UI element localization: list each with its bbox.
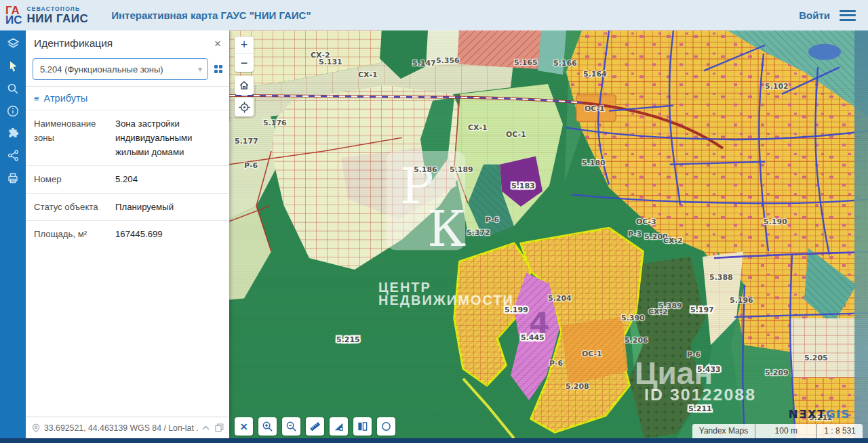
zone-label: 5.186 — [414, 165, 437, 174]
attr-value: Зона застройки индивидуальными жилыми до… — [107, 110, 229, 166]
zone-label: 5.183 — [511, 182, 535, 190]
pointer-icon[interactable] — [4, 59, 22, 73]
zoom-in-button[interactable]: + — [235, 37, 254, 54]
layers-icon[interactable] — [4, 37, 22, 51]
zone-label: 5.164 — [583, 70, 607, 79]
zone-label: 5.209 — [765, 368, 789, 377]
zone-label: 5.388 — [709, 273, 733, 282]
zone-label: ОС-1 — [506, 130, 526, 139]
attributes-link[interactable]: Атрибуты — [44, 93, 87, 104]
search-icon[interactable] — [4, 81, 22, 96]
nextgis-logo-blue: GIS — [826, 408, 850, 421]
logo-monogram-bottom: ИС — [5, 16, 22, 25]
zone-label: СХ-1 — [468, 123, 488, 132]
zone-label: 5.206 — [625, 336, 648, 345]
area-triangle-icon — [333, 421, 344, 432]
attr-label: Номер — [26, 166, 107, 193]
bottom-strip — [0, 438, 868, 443]
table-row: Статус объекта Планируемый — [26, 193, 229, 220]
zoom-in-tool-button[interactable] — [258, 417, 277, 436]
home-button[interactable] — [235, 76, 254, 95]
table-row: Наименование зоны Зона застройки индивид… — [26, 110, 229, 166]
ruler-icon — [309, 421, 321, 432]
zoom-out-tool-button[interactable] — [282, 417, 300, 436]
print-icon[interactable] — [4, 171, 22, 185]
zone-label: Р-6 — [549, 359, 564, 368]
zone-label: 5.205 — [804, 354, 828, 362]
map-canvas[interactable]: Р К ЦЕНТР НЕДВИЖИМОСТИ Циан ID 30122088 … — [229, 30, 868, 438]
copy-icon[interactable] — [215, 423, 224, 432]
zone-label: 5.166 — [553, 59, 577, 68]
zone-label: 5.147 — [412, 59, 436, 68]
scale-bar: 100 m — [755, 424, 817, 438]
zone-label: 5.372 — [467, 229, 490, 238]
zone-label: 5.211 — [688, 405, 712, 414]
chevron-down-icon: ▾ — [198, 64, 202, 74]
chevron-up-icon[interactable] — [202, 425, 210, 430]
zone-label: 5.189 — [450, 165, 473, 174]
table-row: Номер 5.204 — [26, 166, 229, 193]
measure-distance-button[interactable] — [306, 417, 324, 436]
zone-label: СХ-1 — [358, 70, 378, 79]
zone-label: 5.215 — [336, 335, 360, 344]
list-icon: ≡ — [34, 93, 39, 104]
zone-label: СХ-2 — [648, 308, 668, 316]
zone-label: ОС-1 — [582, 350, 602, 358]
zone-label: 5.197 — [690, 305, 714, 314]
app-root: ГА ИС СЕВАСТОПОЛЬ НИИ ГАИС Интерактивная… — [0, 0, 868, 443]
logo-org: НИИ ГАИС — [27, 13, 89, 24]
zone-label: 5.356 — [436, 56, 460, 65]
logo-monogram: ГА ИС — [5, 6, 22, 25]
zone-label: 5.176 — [263, 119, 287, 127]
attr-label: Статус объекта — [26, 193, 107, 220]
home-icon — [238, 79, 250, 91]
attr-value: 5.204 — [107, 166, 229, 193]
compare-panels-button[interactable] — [353, 417, 372, 436]
measure-area-button[interactable] — [330, 417, 348, 436]
cancel-tool-button[interactable]: ✕ — [235, 417, 253, 436]
map-attribution: Yandex Maps 100 m 1 : 8 531 — [692, 424, 863, 438]
zone-label: ОС-3 — [636, 217, 656, 226]
attr-value: Планируемый — [107, 193, 229, 220]
attribution-provider[interactable]: Yandex Maps — [692, 424, 755, 438]
close-icon[interactable]: × — [214, 38, 221, 49]
zone-label: Р-6 — [486, 215, 500, 224]
identification-panel: Идентификация × 5.204 (Функциональные зо… — [26, 30, 229, 438]
center-watermark-line1: ЦЕНТР — [378, 280, 431, 295]
share-icon[interactable] — [4, 148, 22, 163]
zone-label: 5.102 — [765, 82, 789, 91]
nextgis-logo-dark: NƎXT — [789, 408, 826, 421]
zone-label: 5.204 — [548, 294, 572, 303]
zone-label: 5.131 — [319, 58, 342, 66]
zoom-controls: + − — [235, 37, 254, 72]
zone-label: 5.177 — [235, 137, 258, 146]
layer-select[interactable]: 5.204 (Функциональные зоны) ▾ — [33, 58, 208, 80]
tool-rail — [0, 30, 26, 438]
zoom-out-button[interactable]: − — [235, 54, 254, 72]
zone-label: ОС-1 — [585, 104, 605, 113]
coordinates-value: 33.692521, 44.463139 WGS 84 / Lon-lat ..… — [44, 423, 198, 433]
measure-toolbar: ✕ — [235, 417, 395, 436]
attr-label: Наименование зоны — [26, 110, 107, 166]
zone-label: Р-6 — [244, 161, 258, 170]
page-title: Интерактивная карта ГАУС "НИИ ГАИС" — [111, 9, 311, 21]
zone-label: Р-6 — [687, 350, 701, 359]
magnify-plus-icon — [262, 421, 273, 432]
zone-label: 5.165 — [514, 58, 538, 67]
zone-label: 5.190 — [764, 217, 787, 226]
zone-label: 5.199 — [505, 305, 528, 314]
circle-select-button[interactable] — [377, 417, 395, 436]
plugins-icon[interactable] — [4, 126, 22, 140]
locate-button[interactable] — [235, 98, 254, 117]
zone-label: 4 — [529, 305, 550, 340]
locate-icon — [238, 101, 251, 114]
menu-burger-icon[interactable] — [840, 10, 856, 21]
cian-id-watermark: ID 30122088 — [644, 385, 756, 404]
zoom-to-feature-icon[interactable] — [214, 65, 222, 73]
nextgis-logo[interactable]: NƎXTGIS — [789, 408, 850, 421]
compare-panels-icon — [357, 421, 368, 432]
zone-label: 5.196 — [730, 296, 753, 305]
logo[interactable]: ГА ИС СЕВАСТОПОЛЬ НИИ ГАИС — [0, 6, 88, 25]
login-button[interactable]: Войти — [799, 9, 830, 21]
info-icon[interactable] — [4, 104, 22, 118]
